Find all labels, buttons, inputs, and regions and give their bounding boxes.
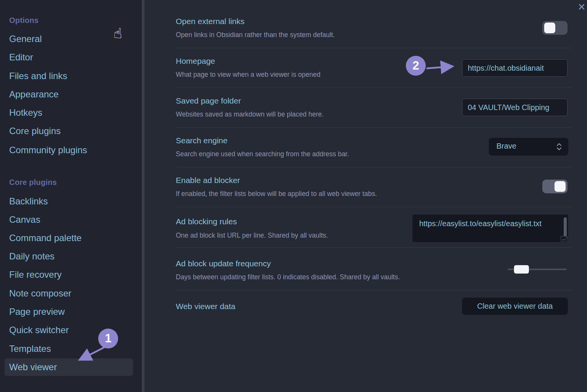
toggle-knob <box>544 23 555 33</box>
setting-name: Web viewer data <box>176 302 235 311</box>
toggle-knob <box>555 181 566 192</box>
setting-row-ad-blocking-rules: Ad blocking rules One ad block list URL … <box>144 207 587 248</box>
setting-row-web-viewer-data: Web viewer data Clear web viewer data <box>144 290 587 329</box>
sidebar-item-general[interactable]: General <box>9 34 42 44</box>
sidebar-item-files-and-links[interactable]: Files and links <box>9 71 67 81</box>
sidebar-section-core-plugins: Core plugins <box>9 178 57 187</box>
settings-window: Options General Editor Files and links A… <box>0 0 587 392</box>
setting-desc: Search engine used when searching from t… <box>176 150 349 158</box>
sidebar-item-appearance[interactable]: Appearance <box>9 89 58 100</box>
enable-ad-blocker-toggle[interactable] <box>542 180 568 193</box>
sidebar-item-note-composer[interactable]: Note composer <box>9 288 71 299</box>
sidebar-item-community-plugins[interactable]: Community plugins <box>9 145 87 156</box>
clear-web-viewer-data-button[interactable]: Clear web viewer data <box>462 298 568 315</box>
sidebar-item-quick-switcher[interactable]: Quick switcher <box>9 325 69 335</box>
sidebar-item-web-viewer[interactable]: Web viewer <box>5 358 133 376</box>
setting-name: Ad block update frequency <box>176 259 271 268</box>
annotation-step-2: 2 <box>406 56 426 76</box>
sidebar-item-editor[interactable]: Editor <box>9 52 33 63</box>
setting-desc: What page to view when a web viewer is o… <box>176 71 320 79</box>
ad-blocking-rules-value: https://easylist.to/easylist/easylist.tx… <box>419 217 557 230</box>
chevron-updown-icon <box>556 143 562 152</box>
ad-blocking-rules-textarea[interactable]: https://easylist.to/easylist/easylist.tx… <box>412 214 569 243</box>
setting-row-saved-page-folder: Saved page folder Websites saved as mark… <box>144 88 587 128</box>
sidebar-item-templates[interactable]: Templates <box>9 343 51 354</box>
setting-desc: Open links in Obsidian rather than the s… <box>176 31 335 39</box>
homepage-input[interactable] <box>462 59 568 77</box>
resize-handle-icon[interactable] <box>561 236 568 241</box>
setting-row-search-engine: Search engine Search engine used when se… <box>144 128 587 167</box>
setting-row-ad-block-update-frequency: Ad block update frequency Days between u… <box>144 248 587 290</box>
textarea-scrollbar[interactable] <box>564 217 567 236</box>
search-engine-select[interactable]: Brave <box>489 138 568 156</box>
sidebar-item-page-preview[interactable]: Page preview <box>9 306 65 317</box>
setting-row-enable-ad-blocker: Enable ad blocker If enabled, the filter… <box>144 167 587 207</box>
slider-thumb[interactable] <box>514 265 529 274</box>
setting-name: Search engine <box>176 136 227 145</box>
saved-page-folder-input[interactable] <box>462 99 568 116</box>
sidebar-item-web-viewer-label: Web viewer <box>9 362 57 373</box>
sidebar-item-file-recovery[interactable]: File recovery <box>9 269 62 280</box>
setting-name: Open external links <box>176 17 245 26</box>
setting-name: Homepage <box>176 57 215 66</box>
setting-desc: Websites saved as markdown will be place… <box>176 110 324 118</box>
sidebar-item-canvas[interactable]: Canvas <box>9 214 40 225</box>
setting-name: Ad blocking rules <box>176 217 237 226</box>
sidebar-main-divider <box>142 0 144 392</box>
setting-desc: Days between updating filter lists. 0 in… <box>176 273 400 281</box>
annotation-step-1: 1 <box>98 329 118 348</box>
search-engine-selected-value: Brave <box>496 142 516 151</box>
sidebar-item-daily-notes[interactable]: Daily notes <box>9 251 55 262</box>
ad-block-update-frequency-slider[interactable] <box>508 269 567 270</box>
sidebar-item-command-palette[interactable]: Command palette <box>9 233 81 243</box>
setting-name: Saved page folder <box>176 96 241 105</box>
sidebar-item-backlinks[interactable]: Backlinks <box>9 196 48 207</box>
setting-row-open-external-links: Open external links Open links in Obsidi… <box>144 0 587 48</box>
open-external-links-toggle[interactable] <box>542 21 568 35</box>
setting-desc: If enabled, the filter lists below will … <box>176 190 377 198</box>
sidebar-item-hotkeys[interactable]: Hotkeys <box>9 107 42 118</box>
settings-sidebar: Options General Editor Files and links A… <box>0 0 142 392</box>
setting-desc: One ad block list URL per line. Shared b… <box>176 232 328 240</box>
sidebar-section-options: Options <box>9 16 39 25</box>
setting-name: Enable ad blocker <box>176 176 240 185</box>
setting-row-homepage: Homepage What page to view when a web vi… <box>144 48 587 88</box>
web-viewer-settings-pane: ✕ Open external links Open links in Obsi… <box>144 0 587 392</box>
sidebar-item-core-plugins[interactable]: Core plugins <box>9 126 61 136</box>
